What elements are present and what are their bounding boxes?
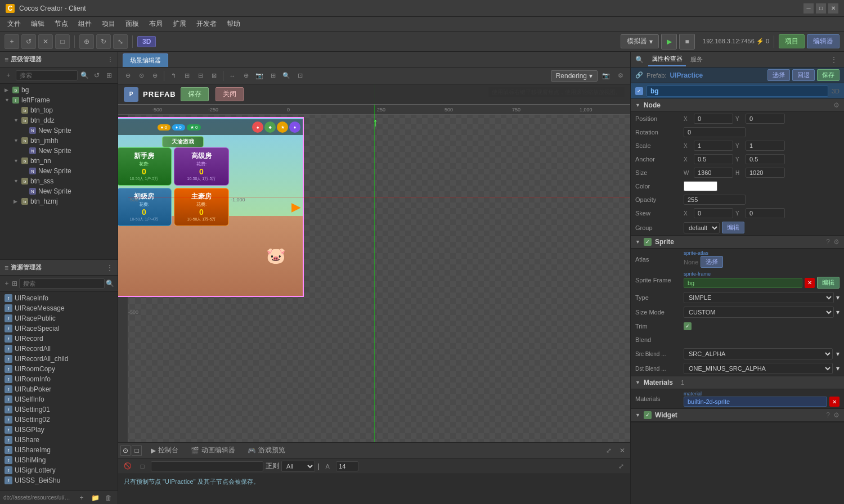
- node-section-gear-icon[interactable]: ⚙: [833, 101, 839, 109]
- toolbar-refresh-button[interactable]: ↺: [21, 34, 36, 49]
- asset-bottom-delete[interactable]: 🗑: [103, 492, 114, 503]
- asset-item-uiracespecial[interactable]: fUIRaceSpecial: [0, 323, 118, 334]
- asset-item-uishiming[interactable]: fUIShiMing: [0, 455, 118, 465]
- rotation-input[interactable]: [684, 127, 746, 137]
- menu-component[interactable]: 组件: [74, 17, 96, 30]
- game-room-new[interactable]: 新手房 花费: 0 10-50人 1户-5万: [118, 147, 172, 186]
- node-active-checkbox[interactable]: ✓: [635, 87, 643, 95]
- menu-project[interactable]: 项目: [97, 17, 120, 30]
- menu-extend[interactable]: 扩展: [168, 17, 191, 30]
- opacity-input[interactable]: [684, 195, 746, 205]
- asset-item-uiselfinfo[interactable]: fUISelfInfo: [0, 394, 118, 404]
- layer-search-input[interactable]: [16, 70, 78, 80]
- widget-help-icon[interactable]: ?: [826, 411, 830, 419]
- materials-section-header[interactable]: ▼ Materials 1: [631, 376, 844, 389]
- asset-bottom-folder[interactable]: 📁: [89, 492, 101, 503]
- console-clear-button[interactable]: 🚫: [122, 460, 134, 472]
- scene-tb-btn-5[interactable]: ⊞: [267, 70, 279, 82]
- toolbar-add-button[interactable]: +: [5, 34, 19, 49]
- materials-link[interactable]: material: [684, 391, 839, 397]
- tree-item-new-sprite-1[interactable]: N New Sprite: [0, 125, 118, 136]
- tree-item-btn-top[interactable]: b btn_top: [0, 105, 118, 115]
- toolbar-rotate-button[interactable]: ↻: [96, 34, 111, 49]
- menu-help[interactable]: 帮助: [222, 17, 245, 30]
- inspector-menu-button[interactable]: ⋮: [828, 54, 839, 65]
- scene-camera-icon[interactable]: 📷: [600, 70, 612, 82]
- prefab-save-action-button[interactable]: 保存: [817, 69, 839, 81]
- scene-zoom-out[interactable]: ⊖: [122, 70, 134, 82]
- asset-item-uisetting02[interactable]: fUISetting02: [0, 415, 118, 425]
- menu-file[interactable]: 文件: [3, 17, 25, 30]
- tree-item-leftframe[interactable]: ▼ l leftFrame: [0, 95, 118, 105]
- sprite-frame-clear-button[interactable]: ✕: [805, 278, 815, 288]
- layer-refresh-button[interactable]: ↺: [92, 70, 102, 81]
- toolbar-stop-button[interactable]: ■: [679, 34, 695, 50]
- toolbar-editor-button[interactable]: 编辑器: [807, 34, 839, 48]
- scene-tb-btn-3[interactable]: ⊟: [194, 70, 206, 82]
- sprite-gear-icon[interactable]: ⚙: [833, 238, 839, 246]
- prefab-save-button[interactable]: 保存: [181, 87, 209, 101]
- tab-game-preview[interactable]: 🎮 游戏预览: [242, 443, 291, 457]
- asset-item-uiraceinfo[interactable]: fUIRaceInfo: [0, 293, 118, 303]
- tree-item-btn-jmhh[interactable]: ▼ b btn_jmhh: [0, 136, 118, 146]
- sprite-enable-checkbox[interactable]: ✓: [644, 238, 652, 246]
- console-icon-2[interactable]: □: [132, 446, 142, 456]
- scene-tb-move[interactable]: ↔: [226, 70, 239, 82]
- toolbar-simulate-button[interactable]: 模拟器 ▾: [621, 34, 659, 48]
- layer-search-button[interactable]: 🔍: [80, 70, 90, 81]
- toolbar-scale-button[interactable]: ⤡: [113, 34, 128, 49]
- asset-manager-menu-icon[interactable]: ⋮: [106, 264, 113, 272]
- tree-item-new-sprite-2[interactable]: N New Sprite: [0, 146, 118, 156]
- scene-tb-btn-4[interactable]: ⊠: [208, 70, 220, 82]
- tree-item-btn-hzmj[interactable]: ▶ b btn_hzmj: [0, 196, 118, 206]
- dst-blend-select[interactable]: ONE_MINUS_SRC_ALPHA: [684, 363, 833, 374]
- asset-item-uisignlottery[interactable]: fUISignLottery: [0, 465, 118, 475]
- console-level-select[interactable]: All: [281, 461, 315, 472]
- scene-tb-btn-1[interactable]: ↰: [167, 70, 179, 82]
- size-w-input[interactable]: [694, 168, 733, 178]
- menu-layout[interactable]: 布局: [145, 17, 167, 30]
- asset-item-uiracepublic[interactable]: fUIRacePublic: [0, 313, 118, 323]
- prefab-select-button[interactable]: 选择: [767, 69, 790, 81]
- size-h-input[interactable]: [746, 168, 785, 178]
- atlas-link[interactable]: sprite-atlas: [684, 250, 839, 256]
- scene-tb-btn-2[interactable]: ⊞: [181, 70, 193, 82]
- tree-item-bg[interactable]: ▶ b bg: [0, 85, 118, 95]
- asset-item-uisetting01[interactable]: fUISetting01: [0, 404, 118, 415]
- layer-manager-menu-icon[interactable]: ⋮: [107, 56, 113, 62]
- prefab-back-button[interactable]: 回退: [792, 69, 815, 81]
- minimize-button[interactable]: ─: [803, 3, 814, 14]
- widget-enable-checkbox[interactable]: ✓: [644, 411, 652, 419]
- asset-item-uirecordall[interactable]: fUIRecordAll: [0, 344, 118, 354]
- scene-tb-btn-7[interactable]: ⊡: [294, 70, 306, 82]
- asset-item-uirecordall-child[interactable]: fUIRecordAll_child: [0, 354, 118, 364]
- menu-edit[interactable]: 编辑: [26, 17, 49, 30]
- menu-panel[interactable]: 面板: [121, 17, 143, 30]
- group-edit-button[interactable]: 编辑: [722, 222, 744, 233]
- tab-animation[interactable]: 🎬 动画编辑器: [185, 443, 241, 457]
- tree-item-new-sprite-4[interactable]: N New Sprite: [0, 186, 118, 196]
- game-room-beginner[interactable]: 初级房 花费: 0 10-50人 1户-4万: [118, 188, 172, 226]
- layer-add-button[interactable]: +: [3, 70, 14, 81]
- size-mode-select[interactable]: CUSTOM: [684, 307, 834, 318]
- toolbar-play-button[interactable]: ▶: [661, 34, 677, 50]
- asset-item-uiracemessage[interactable]: fUIRaceMessage: [0, 303, 118, 313]
- tree-item-new-sprite-3[interactable]: N New Sprite: [0, 166, 118, 176]
- game-room-advanced[interactable]: 高级房 花费: 0 10-50人 1万-5万: [174, 147, 229, 186]
- bottom-expand-button[interactable]: ⤢: [603, 445, 614, 456]
- scale-y-input[interactable]: [746, 141, 785, 151]
- anchor-y-input[interactable]: [746, 154, 785, 164]
- atlas-select-button[interactable]: 选择: [701, 256, 723, 268]
- menu-node[interactable]: 节点: [50, 17, 73, 30]
- sprite-help-icon[interactable]: ?: [826, 238, 830, 246]
- scene-zoom-in[interactable]: ⊕: [149, 70, 161, 82]
- bottom-close-button[interactable]: ✕: [617, 445, 628, 456]
- toolbar-transform-button[interactable]: □: [55, 34, 70, 49]
- asset-sort-button[interactable]: ⊞: [11, 278, 18, 289]
- tree-item-btn-sss[interactable]: ▼ b btn_sss: [0, 176, 118, 186]
- toolbar-move-button[interactable]: ⊕: [79, 34, 94, 49]
- console-font-button[interactable]: A: [321, 460, 334, 472]
- console-block-button[interactable]: □: [136, 460, 149, 472]
- close-button[interactable]: ✕: [828, 3, 838, 14]
- asset-bottom-add[interactable]: +: [76, 492, 87, 503]
